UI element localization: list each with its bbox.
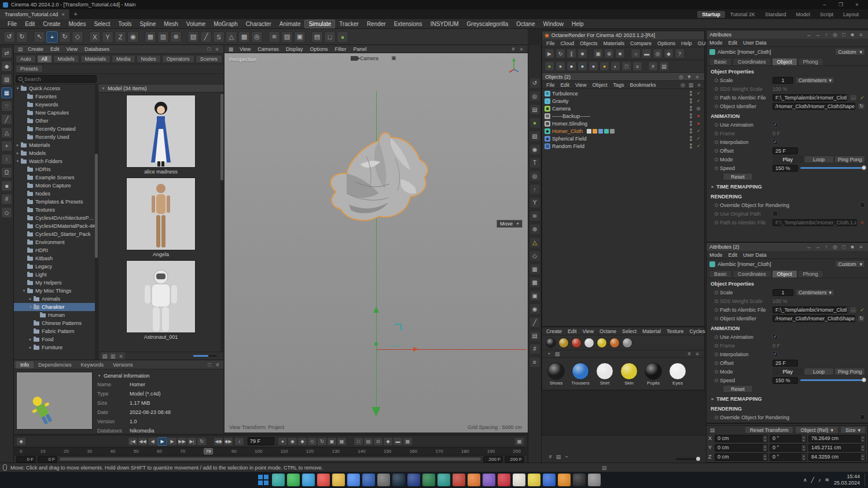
tree-caret-icon[interactable]: ▸	[28, 337, 32, 342]
material-ball[interactable]	[547, 363, 565, 380]
menu-item[interactable]: Render	[363, 20, 390, 28]
object-status-icon[interactable]: ✓	[695, 91, 702, 96]
tree-caret-icon[interactable]: ▾	[16, 86, 20, 91]
layers-icon[interactable]: ≡	[529, 357, 540, 368]
identifier-input[interactable]: /Homer_Cloth/Homer_ClothShape	[773, 103, 855, 110]
material-item[interactable]: Trousers	[570, 363, 591, 386]
live-selection-icon[interactable]: ↖	[34, 31, 45, 43]
rotation-input[interactable]: 0 °▴▾	[770, 453, 807, 461]
daylight-icon[interactable]: ☼	[631, 49, 641, 58]
tree-caret-icon[interactable]: ▾	[16, 159, 20, 164]
export-icon[interactable]: ▤	[529, 104, 540, 115]
material-item[interactable]: Eyes	[667, 363, 688, 386]
info-tab[interactable]: Versions	[108, 361, 138, 368]
size-input[interactable]: 84.3259 cm▴▾	[808, 453, 866, 461]
goto-end-button[interactable]: ▶|	[187, 437, 197, 446]
forward-icon[interactable]: →	[814, 243, 822, 251]
view-list-icon[interactable]: ≡	[117, 352, 125, 360]
material-menu-item[interactable]: Texture	[664, 328, 687, 334]
zoom-icon[interactable]: ◎	[529, 91, 540, 102]
back-icon[interactable]: ←	[805, 243, 813, 251]
objects-menu-item[interactable]: Tags	[610, 82, 627, 88]
object-row[interactable]: ▨ Random Field ✓	[542, 142, 704, 150]
info-tab[interactable]: Dependencies	[34, 361, 76, 368]
portal-icon[interactable]: □	[621, 61, 631, 71]
float-icon[interactable]: □	[840, 31, 848, 39]
render-settings-icon[interactable]: ⊕	[170, 31, 182, 43]
lock-icon[interactable]: ■	[1, 180, 12, 191]
use-original-checkbox[interactable]: ✓	[773, 423, 778, 424]
axis-x-button[interactable]: X	[89, 31, 101, 43]
visibility-dots[interactable]	[690, 128, 692, 134]
object-status-icon[interactable]: ◎	[695, 106, 702, 111]
add-primitive-icon[interactable]: ▧	[187, 31, 199, 43]
octane-menu-item[interactable]: Compare	[627, 40, 654, 46]
use-original-checkbox[interactable]: ✓	[773, 211, 778, 216]
tree-item[interactable]: HDRIs	[14, 165, 98, 173]
snap-icon[interactable]: Ω	[1, 167, 12, 178]
octane-ball-icon[interactable]: ●	[337, 31, 348, 43]
object-row[interactable]: ◆ Homer_Cloth ✓	[542, 127, 704, 135]
menu-item[interactable]: File	[3, 20, 21, 28]
tree-item[interactable]: Light	[14, 271, 98, 279]
asset-thumbnail[interactable]	[126, 95, 196, 168]
mograph-icon[interactable]: △	[226, 31, 237, 43]
fcurve-icon[interactable]: ~	[562, 453, 571, 460]
tree-item[interactable]: Favorites	[14, 93, 98, 101]
float-icon[interactable]: □	[205, 361, 214, 368]
range-start-input[interactable]: 0 F	[16, 456, 36, 463]
object-tags[interactable]	[587, 129, 615, 134]
attributes-menu-item[interactable]: Edit	[726, 40, 741, 46]
camera-icon[interactable]: ▣	[294, 31, 306, 43]
offset-input[interactable]: 25 F	[773, 147, 798, 154]
octane-logo-icon[interactable]: ◉	[545, 32, 549, 38]
material-item[interactable]: Pupils	[643, 363, 664, 386]
grid-icon[interactable]: #	[529, 343, 540, 354]
menu-item[interactable]: Greyscalegorilla	[463, 20, 513, 28]
taskbar-app-icon[interactable]	[543, 474, 556, 486]
taskbar-app-icon[interactable]	[272, 474, 285, 486]
specular-material-icon[interactable]: ●	[578, 61, 587, 71]
octane-menu-item[interactable]: Materials	[601, 40, 628, 46]
tree-item[interactable]: Textures	[14, 206, 98, 214]
attribute-tab[interactable]: Basic	[709, 270, 732, 278]
next-keyframe-button[interactable]: ◆▶	[223, 437, 233, 446]
menu-item[interactable]: Mesh	[160, 20, 182, 28]
alembic-path-input[interactable]: F:\_Temp\alembic\Homer_Cloth.1.abc	[773, 94, 847, 101]
menu-icon[interactable]: ≡	[695, 81, 703, 88]
universal-material-icon[interactable]: ●	[599, 61, 609, 71]
refresh-icon[interactable]: ↻	[858, 315, 865, 322]
position-input[interactable]: 0 cm▴▾	[715, 453, 768, 461]
rotate-tool-icon[interactable]: ↻	[59, 31, 71, 43]
tree-item[interactable]: ▾ Watch Folders	[14, 157, 98, 165]
material-menu-item[interactable]: Material	[639, 328, 664, 334]
visibility-dots[interactable]	[690, 106, 692, 111]
viewport-menu-item[interactable]: Filter	[331, 46, 350, 52]
scale-unit-dropdown[interactable]: Centimeters▾	[796, 289, 834, 296]
filter-icon[interactable]: ▼	[685, 73, 693, 80]
snap-button[interactable]: Ω	[373, 437, 383, 446]
octane-menu-item[interactable]: Help	[678, 40, 695, 46]
override-checkbox[interactable]: ✓	[860, 202, 865, 208]
octane-menu-item[interactable]: Cloud	[558, 40, 578, 46]
clear-path-icon[interactable]: ×	[859, 220, 865, 225]
viewport-grid-icon[interactable]: ▦	[227, 45, 235, 53]
preview-start-input[interactable]: 0 F	[38, 456, 57, 463]
material-menu-item[interactable]: View	[580, 328, 597, 334]
material-ball[interactable]	[596, 363, 613, 380]
material-thumbnail[interactable]	[546, 338, 556, 348]
viewport-menu-item[interactable]: Panel	[350, 46, 370, 52]
taskbar-app-icon[interactable]	[362, 474, 375, 486]
axis-y-button[interactable]: Y	[102, 31, 113, 43]
mode-option-button[interactable]: Play	[773, 156, 803, 163]
record-parameter-button[interactable]: ▣	[327, 437, 337, 446]
object-row[interactable]: ▣ Camera ◎	[542, 105, 704, 112]
filter-chip[interactable]: Models	[53, 55, 79, 63]
menu-icon[interactable]: ≡	[857, 243, 865, 251]
octane-material-icon[interactable]: ●	[545, 61, 554, 71]
forward-icon[interactable]: →	[814, 31, 822, 39]
asset-card[interactable]: alice madness	[123, 95, 198, 175]
menu-item[interactable]: Window	[539, 20, 568, 28]
target-icon[interactable]: ◎	[529, 171, 540, 182]
taskbar-app-icon[interactable]	[302, 474, 315, 486]
